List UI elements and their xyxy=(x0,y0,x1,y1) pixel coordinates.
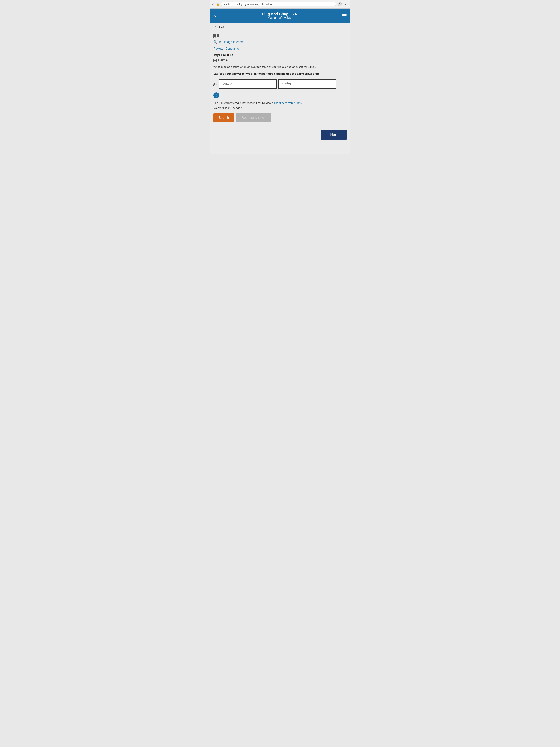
error-icon: ! xyxy=(213,93,219,98)
collapse-icon[interactable]: − xyxy=(213,59,217,62)
bookmark-icon-1 xyxy=(213,34,216,38)
no-credit-text: No credit lost. Try again. xyxy=(213,106,347,109)
error-text: The unit you entered is not recognized. … xyxy=(213,101,274,104)
page-title: Plug And Chug 6.24 xyxy=(216,12,342,16)
formula-text: Impulse = Ft xyxy=(213,53,233,57)
home-icon[interactable]: ⌂ xyxy=(212,2,214,6)
formula-line: Impulse = Ft xyxy=(213,53,347,57)
answer-row: p = xyxy=(213,79,347,89)
button-row: Submit Request Answer xyxy=(213,113,347,122)
error-row: ! xyxy=(213,93,347,98)
menu-line-3 xyxy=(342,17,347,17)
part-label: − Part A xyxy=(213,58,347,62)
value-input[interactable] xyxy=(219,79,277,89)
title-block: Plug And Chug 6.24 MasteringPhysics xyxy=(216,12,342,20)
back-button[interactable]: < xyxy=(213,13,216,19)
question-text: What impulse occurs when an average forc… xyxy=(213,65,347,69)
tap-zoom-row[interactable]: 🔍 Tap image to zoom xyxy=(213,40,347,44)
menu-line-2 xyxy=(342,16,347,16)
bottom-spacer xyxy=(213,140,347,151)
browser-bar: ⌂ 🔒 session.masteringphysics.com/myct/it… xyxy=(210,0,350,8)
page-subtitle: MasteringPhysics xyxy=(216,16,342,20)
part-title: Part A xyxy=(218,58,228,62)
url-text: session.masteringphysics.com/myct/itemVi… xyxy=(223,3,272,5)
review-constants[interactable]: Review | Constants xyxy=(213,47,347,50)
url-bar[interactable]: session.masteringphysics.com/myct/itemVi… xyxy=(221,2,336,6)
tap-zoom-label: Tap image to zoom xyxy=(218,41,243,44)
request-answer-button[interactable]: Request Answer xyxy=(236,113,271,122)
next-row: Next xyxy=(213,130,347,140)
tab-badge[interactable]: 7 xyxy=(338,2,342,6)
menu-line-1 xyxy=(342,14,347,15)
more-options-icon[interactable]: ⋮ xyxy=(344,2,348,6)
app-header: < Plug And Chug 6.24 MasteringPhysics xyxy=(210,8,350,23)
answer-label: p = xyxy=(213,82,218,86)
bookmark-icon-2 xyxy=(217,34,219,38)
acceptable-units-link[interactable]: list of acceptable units. xyxy=(274,101,302,104)
progress-label: 12 of 24 xyxy=(213,26,347,29)
instruction-text: Express your answer to two significant f… xyxy=(213,72,347,76)
main-content: 12 of 24 🔍 Tap image to zoom Review | Co… xyxy=(210,23,350,154)
zoom-icon: 🔍 xyxy=(213,40,217,44)
lock-icon: 🔒 xyxy=(216,3,219,6)
submit-button[interactable]: Submit xyxy=(213,113,234,122)
bookmark-row xyxy=(213,34,347,38)
error-message: The unit you entered is not recognized. … xyxy=(213,101,347,105)
next-button[interactable]: Next xyxy=(321,130,347,140)
units-input[interactable] xyxy=(278,79,336,89)
review-link[interactable]: Review | Constants xyxy=(213,47,239,50)
menu-button[interactable] xyxy=(342,14,347,17)
